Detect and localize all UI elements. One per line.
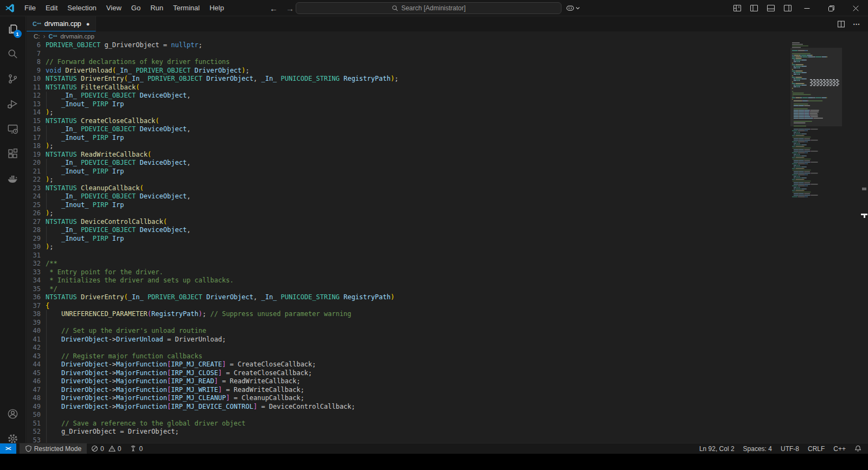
- eol-sequence[interactable]: CRLF: [803, 443, 829, 454]
- toggle-secondary-sidebar-icon[interactable]: [783, 4, 792, 12]
- problems-indicator[interactable]: 0 0: [87, 443, 125, 454]
- code-line[interactable]: 38 UNREFERENCED_PARAMETER(RegistryPath);…: [27, 310, 868, 319]
- code-line[interactable]: 36NTSTATUS DriverEntry(_In_ PDRIVER_OBJE…: [27, 293, 868, 302]
- menu-terminal[interactable]: Terminal: [168, 0, 205, 16]
- code-line[interactable]: 31: [27, 252, 868, 260]
- line-number: 26: [27, 209, 41, 218]
- copilot-menu[interactable]: [566, 2, 580, 14]
- customize-layout-icon[interactable]: [733, 4, 742, 12]
- code-line[interactable]: 14);: [27, 108, 868, 117]
- toggle-panel-icon[interactable]: [767, 4, 775, 12]
- code-line[interactable]: 47 DriverObject->MajorFunction[IRP_MJ_WR…: [27, 386, 868, 395]
- code-line[interactable]: 6PDRIVER_OBJECT g_DriverObject = nullptr…: [27, 41, 868, 50]
- menu-go[interactable]: Go: [126, 0, 145, 16]
- minimap[interactable]: [790, 41, 842, 451]
- notifications-bell[interactable]: [850, 443, 866, 454]
- code-line[interactable]: 48 DriverObject->MajorFunction[IRP_MJ_CL…: [27, 394, 868, 403]
- remote-indicator[interactable]: ><: [0, 443, 16, 454]
- cursor-position[interactable]: Ln 92, Col 2: [695, 443, 739, 454]
- activity-item-accounts[interactable]: [0, 401, 26, 426]
- search-icon: [7, 48, 18, 60]
- code-line[interactable]: 39: [27, 319, 868, 327]
- code-line[interactable]: 33 * Entry point for the driver.: [27, 268, 868, 277]
- code-line[interactable]: 24 _In_ PDEVICE_OBJECT DeviceObject,: [27, 192, 868, 201]
- split-editor-icon[interactable]: [837, 20, 845, 28]
- activity-item-extensions[interactable]: [0, 141, 26, 166]
- code-line[interactable]: 43 // Register major function callbacks: [27, 352, 868, 361]
- code-line[interactable]: 21 _Inout_ PIRP Irp: [27, 168, 868, 176]
- activity-item-explorer[interactable]: 1: [0, 16, 26, 41]
- code-line[interactable]: 26);: [27, 209, 868, 218]
- code-editor[interactable]: 6PDRIVER_OBJECT g_DriverObject = nullptr…: [27, 41, 868, 451]
- menu-help[interactable]: Help: [205, 0, 229, 16]
- menu-selection[interactable]: Selection: [62, 0, 101, 16]
- activity-item-source-control[interactable]: [0, 66, 26, 91]
- restore-button[interactable]: [819, 0, 844, 16]
- code-line[interactable]: 13 _Inout_ PIRP Irp: [27, 100, 868, 109]
- toggle-primary-sidebar-icon[interactable]: [750, 4, 758, 12]
- code-line[interactable]: 46 DriverObject->MajorFunction[IRP_MJ_RE…: [27, 377, 868, 386]
- code-line[interactable]: 29 _Inout_ PIRP Irp: [27, 235, 868, 243]
- indentation[interactable]: Spaces: 4: [739, 443, 776, 454]
- restricted-mode-badge[interactable]: Restricted Mode: [20, 443, 87, 454]
- indent-guide: [46, 369, 47, 378]
- code-line[interactable]: 25 _Inout_ PIRP Irp: [27, 201, 868, 210]
- code-line[interactable]: 20 _In_ PDEVICE_OBJECT DeviceObject,: [27, 159, 868, 168]
- modified-dot-icon[interactable]: ●: [86, 21, 90, 27]
- overview-ruler[interactable]: [860, 41, 868, 451]
- code-line[interactable]: 32/**: [27, 260, 868, 268]
- activity-item-run-and-debug[interactable]: [0, 91, 26, 116]
- code-line[interactable]: 11NTSTATUS FilterCallback(: [27, 83, 868, 92]
- breadcrumb-drive[interactable]: C:: [34, 33, 40, 40]
- copilot-icon: [566, 4, 575, 12]
- code-line[interactable]: 44 DriverObject->MajorFunction[IRP_MJ_CR…: [27, 360, 868, 369]
- code-line[interactable]: 23NTSTATUS CleanupCallback(: [27, 184, 868, 193]
- activity-item-remote-explorer[interactable]: [0, 116, 26, 141]
- forward-icon[interactable]: →: [286, 4, 294, 13]
- ports-indicator[interactable]: 0: [125, 443, 147, 454]
- menu-view[interactable]: View: [101, 0, 126, 16]
- code-line[interactable]: 45 DriverObject->MajorFunction[IRP_MJ_CL…: [27, 369, 868, 378]
- language-mode[interactable]: C++: [829, 443, 850, 454]
- code-line[interactable]: 28 _In_ PDEVICE_OBJECT DeviceObject,: [27, 226, 868, 235]
- code-line[interactable]: 7: [27, 50, 868, 59]
- code-line[interactable]: 34 * Initializes the driver and sets up …: [27, 276, 868, 285]
- code-line[interactable]: 49 DriverObject->MajorFunction[IRP_MJ_DE…: [27, 403, 868, 411]
- code-line[interactable]: 10NTSTATUS DriverEntry(_In_ PDRIVER_OBJE…: [27, 75, 868, 83]
- menu-file[interactable]: File: [20, 0, 41, 16]
- code-line[interactable]: 35 */: [27, 285, 868, 294]
- code-line[interactable]: 27NTSTATUS DeviceControlCallback(: [27, 218, 868, 227]
- indent-guide: [46, 420, 47, 428]
- code-line[interactable]: 16 _In_ PDEVICE_OBJECT DeviceObject,: [27, 125, 868, 134]
- code-line[interactable]: 8// Forward declarations of key driver f…: [27, 58, 868, 67]
- breadcrumb-file[interactable]: drvmain.cpp: [60, 33, 94, 40]
- close-button[interactable]: [844, 0, 868, 16]
- code-line[interactable]: 12 _In_ PDEVICE_OBJECT DeviceObject,: [27, 92, 868, 100]
- code-line[interactable]: 42: [27, 344, 868, 352]
- code-line[interactable]: 52 g_DriverObject = DriverObject;: [27, 428, 868, 436]
- code-line[interactable]: 37{: [27, 302, 868, 311]
- activity-item-search[interactable]: [0, 41, 26, 66]
- breadcrumb[interactable]: C: › C++ drvmain.cpp: [27, 31, 868, 41]
- code-line[interactable]: 15NTSTATUS CreateCloseCallback(: [27, 117, 868, 126]
- back-icon[interactable]: ←: [270, 4, 278, 13]
- menu-run[interactable]: Run: [145, 0, 168, 16]
- menu-edit[interactable]: Edit: [41, 0, 62, 16]
- line-number: 36: [27, 293, 41, 302]
- code-line[interactable]: 9void DriverUnload(_In_ PDRIVER_OBJECT D…: [27, 67, 868, 75]
- code-line[interactable]: 30);: [27, 243, 868, 252]
- command-center-search[interactable]: Search [Administrator]: [296, 2, 561, 14]
- code-line[interactable]: 18);: [27, 142, 868, 151]
- minimize-button[interactable]: [795, 0, 819, 16]
- code-line[interactable]: 50: [27, 411, 868, 420]
- code-line[interactable]: 17 _Inout_ PIRP Irp: [27, 134, 868, 143]
- code-line[interactable]: 22);: [27, 176, 868, 184]
- code-line[interactable]: 19NTSTATUS ReadWriteCallback(: [27, 151, 868, 159]
- code-line[interactable]: 40 // Set up the driver's unload routine: [27, 327, 868, 336]
- code-line[interactable]: 41 DriverObject->DriverUnload = DriverUn…: [27, 336, 868, 344]
- activity-item-docker[interactable]: [0, 166, 26, 191]
- code-line[interactable]: 51 // Save a reference to the global dri…: [27, 420, 868, 428]
- encoding[interactable]: UTF-8: [776, 443, 803, 454]
- tab-drvmain-cpp[interactable]: C++ drvmain.cpp ●: [27, 16, 96, 31]
- more-actions-icon[interactable]: ⋯: [853, 20, 860, 28]
